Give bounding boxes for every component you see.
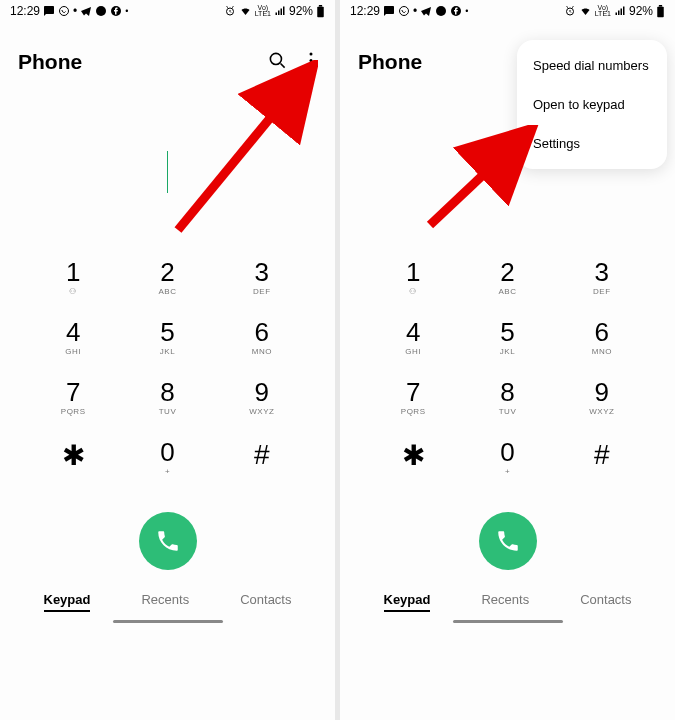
- svg-rect-5: [319, 5, 322, 7]
- key-3[interactable]: 3DEF: [222, 259, 302, 297]
- more-options-icon[interactable]: [309, 52, 313, 73]
- keypad: 1⚇ 2ABC 3DEF 4GHI 5JKL 6MNO 7PQRS 8TUV 9…: [340, 259, 675, 484]
- message-icon: [43, 5, 55, 17]
- svg-point-13: [436, 6, 446, 16]
- status-time: 12:29: [350, 4, 380, 18]
- battery-percent: 92%: [289, 4, 313, 18]
- key-5[interactable]: 5JKL: [127, 319, 207, 357]
- svg-point-0: [60, 7, 69, 16]
- tab-recents[interactable]: Recents: [481, 592, 529, 612]
- call-button[interactable]: [139, 512, 197, 570]
- svg-point-1: [96, 6, 106, 16]
- bottom-tabs: Keypad Recents Contacts: [0, 584, 335, 616]
- key-9[interactable]: 9WXYZ: [222, 379, 302, 417]
- dot-icon: •: [73, 4, 77, 18]
- key-star[interactable]: ✱: [33, 439, 113, 484]
- key-0[interactable]: 0+: [127, 439, 207, 484]
- home-indicator[interactable]: [340, 616, 675, 623]
- key-8[interactable]: 8TUV: [467, 379, 547, 417]
- tab-contacts[interactable]: Contacts: [580, 592, 631, 612]
- tab-keypad[interactable]: Keypad: [44, 592, 91, 612]
- key-3[interactable]: 3DEF: [562, 259, 642, 297]
- key-0[interactable]: 0+: [467, 439, 547, 484]
- key-4[interactable]: 4GHI: [373, 319, 453, 357]
- wifi-icon: [239, 5, 252, 17]
- key-1[interactable]: 1⚇: [33, 259, 113, 297]
- status-left: 12:29 • •: [350, 4, 468, 18]
- menu-settings[interactable]: Settings: [517, 124, 667, 163]
- phone-screen-right: 12:29 • • Vo)LTE1 92% Phone Speed dial n…: [340, 0, 675, 720]
- search-icon[interactable]: [268, 51, 287, 74]
- input-cursor: [167, 151, 169, 193]
- volte-icon: Vo)LTE1: [255, 5, 271, 16]
- telegram-icon: [420, 5, 432, 17]
- battery-icon: [316, 5, 325, 18]
- messenger-icon: [435, 5, 447, 17]
- keypad: 1⚇ 2ABC 3DEF 4GHI 5JKL 6MNO 7PQRS 8TUV 9…: [0, 259, 335, 484]
- phone-screen-left: 12:29 • • Vo)LTE1 92% Phone 1⚇: [0, 0, 335, 720]
- call-row: [340, 506, 675, 584]
- svg-point-9: [309, 65, 312, 68]
- whatsapp-icon: [398, 5, 410, 17]
- status-time: 12:29: [10, 4, 40, 18]
- alarm-icon: [564, 5, 576, 17]
- alarm-icon: [224, 5, 236, 17]
- telegram-icon: [80, 5, 92, 17]
- more-icon: •: [465, 6, 468, 16]
- wifi-icon: [579, 5, 592, 17]
- battery-icon: [656, 5, 665, 18]
- input-cursor: [507, 151, 509, 193]
- facebook-icon: [450, 5, 462, 17]
- tab-keypad[interactable]: Keypad: [384, 592, 431, 612]
- key-1[interactable]: 1⚇: [373, 259, 453, 297]
- options-menu: Speed dial numbers Open to keypad Settin…: [517, 40, 667, 169]
- status-left: 12:29 • •: [10, 4, 128, 18]
- header-actions: [268, 51, 317, 74]
- page-title: Phone: [18, 50, 82, 74]
- status-right: Vo)LTE1 92%: [224, 4, 325, 18]
- key-4[interactable]: 4GHI: [33, 319, 113, 357]
- key-star[interactable]: ✱: [373, 439, 453, 484]
- key-hash[interactable]: #: [222, 439, 302, 484]
- key-6[interactable]: 6MNO: [562, 319, 642, 357]
- svg-point-7: [309, 52, 312, 55]
- svg-rect-16: [657, 6, 664, 17]
- call-button[interactable]: [479, 512, 537, 570]
- more-icon: •: [125, 6, 128, 16]
- key-5[interactable]: 5JKL: [467, 319, 547, 357]
- dial-input-area[interactable]: [0, 84, 335, 259]
- facebook-icon: [110, 5, 122, 17]
- call-row: [0, 506, 335, 584]
- status-bar: 12:29 • • Vo)LTE1 92%: [340, 0, 675, 20]
- key-6[interactable]: 6MNO: [222, 319, 302, 357]
- messenger-icon: [95, 5, 107, 17]
- svg-point-8: [309, 58, 312, 61]
- status-bar: 12:29 • • Vo)LTE1 92%: [0, 0, 335, 20]
- battery-percent: 92%: [629, 4, 653, 18]
- volte-icon: Vo)LTE1: [595, 5, 611, 16]
- menu-speed-dial[interactable]: Speed dial numbers: [517, 46, 667, 85]
- home-indicator[interactable]: [0, 616, 335, 623]
- whatsapp-icon: [58, 5, 70, 17]
- svg-point-12: [400, 7, 409, 16]
- svg-rect-4: [317, 6, 324, 17]
- tab-recents[interactable]: Recents: [141, 592, 189, 612]
- key-7[interactable]: 7PQRS: [373, 379, 453, 417]
- key-2[interactable]: 2ABC: [127, 259, 207, 297]
- tab-contacts[interactable]: Contacts: [240, 592, 291, 612]
- app-header: Phone: [0, 20, 335, 84]
- message-icon: [383, 5, 395, 17]
- key-9[interactable]: 9WXYZ: [562, 379, 642, 417]
- svg-rect-17: [659, 5, 662, 7]
- svg-point-6: [270, 53, 281, 64]
- signal-icon: [274, 5, 286, 17]
- status-right: Vo)LTE1 92%: [564, 4, 665, 18]
- key-7[interactable]: 7PQRS: [33, 379, 113, 417]
- key-2[interactable]: 2ABC: [467, 259, 547, 297]
- menu-open-keypad[interactable]: Open to keypad: [517, 85, 667, 124]
- page-title: Phone: [358, 50, 422, 74]
- key-8[interactable]: 8TUV: [127, 379, 207, 417]
- bottom-tabs: Keypad Recents Contacts: [340, 584, 675, 616]
- dot-icon: •: [413, 4, 417, 18]
- key-hash[interactable]: #: [562, 439, 642, 484]
